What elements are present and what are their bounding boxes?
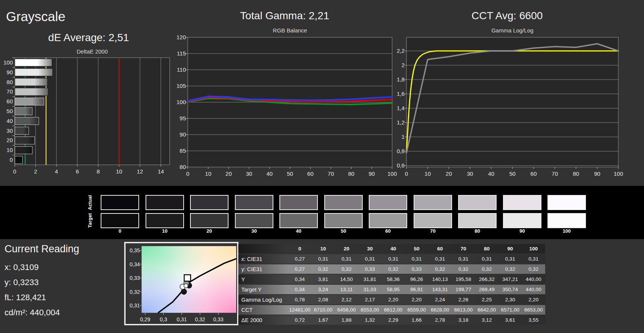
axis-label: 0,33 <box>213 316 223 322</box>
table-cell: 6710,00 <box>311 305 335 315</box>
axis-label: 0 <box>186 170 189 177</box>
axis-label: 0,6 <box>397 162 405 169</box>
table-cell: 2,20 <box>382 295 405 304</box>
axis-label: 0,31 <box>130 302 140 308</box>
table-row-label: Gamma Log/Log <box>238 295 288 304</box>
chart-title: DeltaE 2000 <box>77 48 108 55</box>
table-cell: 12481,00 <box>288 305 311 315</box>
deltae-bar-20 <box>15 137 35 144</box>
table-cell: 0,32 <box>311 264 335 274</box>
measured-point-2 <box>181 289 187 295</box>
axis-label: 30 <box>6 127 13 134</box>
axis-label: 80 <box>348 170 354 177</box>
axis-label: 0,3 <box>160 316 167 322</box>
axis-label: 70 <box>552 170 558 177</box>
axis-label: 115 <box>177 50 186 57</box>
table-row: ΔE 20000,721,671,881,322,291,662,783,183… <box>238 315 545 325</box>
table-cell: 2,29 <box>382 315 405 325</box>
table-cell: 0,31 <box>405 254 428 264</box>
table-cell: 3,81 <box>311 275 335 284</box>
axis-label: 0,31 <box>176 316 187 322</box>
table-cell: 0,32 <box>522 264 545 274</box>
table-cell: 0,27 <box>288 264 311 274</box>
axis-label: 80 <box>179 164 186 170</box>
table-cell: 31,81 <box>358 275 382 284</box>
gamma-loglog-chart: Gamma Log/Log2,221,81,61,41,210,80,60102… <box>390 26 624 177</box>
table-cell: 6571,00 <box>498 305 522 315</box>
axis-label: 60 <box>307 170 314 177</box>
swatch-target-100 <box>547 213 586 228</box>
table-cell: 96,91 <box>405 285 428 294</box>
swatch-target-60 <box>369 213 407 228</box>
table-cell: 0,31 <box>522 254 545 264</box>
axis-label: 0,35 <box>130 247 140 253</box>
reading-cdm2: cd/m²: 440,004 <box>5 308 60 318</box>
axis-label: 100 <box>613 170 623 177</box>
table-cell: 0,31 <box>382 254 405 264</box>
table-header-cell: 10 <box>311 244 335 253</box>
table-cell: 0,78 <box>288 295 311 304</box>
swatch-step-label: 20 <box>196 228 222 234</box>
table-cell: 2,24 <box>428 295 452 304</box>
table-cell: 3,55 <box>522 315 545 325</box>
table-cell: 0,31 <box>475 254 498 264</box>
axis-label: 40 <box>266 170 273 177</box>
table-header-cell: 70 <box>452 244 475 253</box>
axis-label: 2 <box>402 62 405 68</box>
axis-label: 10 <box>6 147 13 153</box>
swatch-step-label: 90 <box>509 228 535 234</box>
table-row: Target Y0,343,2413,1131,0358,9596,91143,… <box>238 285 545 294</box>
table-header-cell: 100 <box>522 244 545 253</box>
reading-x: x: 0,3109 <box>5 262 39 272</box>
table-cell: 0,32 <box>475 264 498 274</box>
table-cell: 0,32 <box>498 264 522 274</box>
axis-label: 70 <box>6 88 13 95</box>
table-row: Gamma Log/Log0,782,082,122,172,202,202,2… <box>238 295 545 304</box>
axis-label: 80 <box>6 79 13 85</box>
table-cell: 195,58 <box>452 275 475 284</box>
table-cell: 143,31 <box>428 285 452 294</box>
axis-label: 6 <box>76 168 79 175</box>
axis-label: 50 <box>509 170 516 177</box>
axis-label: 0 <box>13 168 16 175</box>
total-gamma-label: Total Gamma: 2,21 <box>172 10 398 22</box>
axis-label: 12 <box>137 168 143 175</box>
axis-label: 90 <box>179 131 186 138</box>
swatch-target-50 <box>324 213 363 228</box>
table-cell: 0,33 <box>358 264 382 274</box>
axis-label: 95 <box>179 115 186 121</box>
table-header-cell <box>238 244 288 253</box>
axis-label: 1,6 <box>397 91 405 97</box>
axis-label: 0,32 <box>130 289 140 295</box>
swatch-target-0 <box>101 213 139 228</box>
axis-label: 100 <box>3 59 13 66</box>
table-cell: 347,21 <box>498 275 522 284</box>
swatch-step-label: 60 <box>375 228 401 234</box>
axis-label: 40 <box>6 118 13 124</box>
table-cell: 0,31 <box>428 254 452 264</box>
axis-label: 40 <box>488 170 494 177</box>
table-row-label: Target Y <box>238 285 288 294</box>
axis-label: 0 <box>10 157 13 163</box>
axis-label: 30 <box>467 170 473 177</box>
axis-label: 8 <box>97 168 100 175</box>
swatch-step-label: 30 <box>241 228 267 234</box>
axis-label: 20 <box>225 170 232 177</box>
table-cell: 0,33 <box>405 264 428 274</box>
axis-label: 120 <box>176 34 186 40</box>
swatch-target-90 <box>503 213 541 228</box>
axis-label: 10 <box>205 170 212 177</box>
table-cell: 0,32 <box>335 264 358 274</box>
chart-title: Gamma Log/Log <box>491 27 534 34</box>
swatch-target-70 <box>414 213 452 228</box>
table-row: Y0,343,8114,5031,8158,3696,26140,13195,5… <box>238 275 545 284</box>
swatch-actual-70 <box>414 195 452 210</box>
table-cell: 0,31 <box>358 254 382 264</box>
rgb-balance-chart: RGB Balance12011511010510095908580010203… <box>172 26 398 177</box>
axis-label: 90 <box>594 170 600 177</box>
axis-label: 1,2 <box>397 119 405 126</box>
deltae-bar-0 <box>15 156 23 164</box>
deltae-bar-100 <box>15 59 52 66</box>
axis-label: 10 <box>425 170 431 177</box>
table-cell: 1,88 <box>335 315 358 325</box>
